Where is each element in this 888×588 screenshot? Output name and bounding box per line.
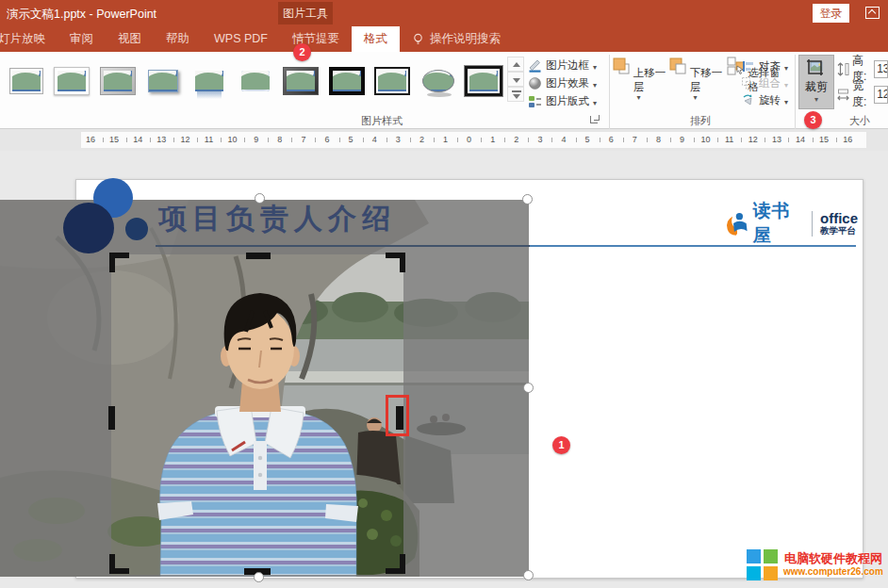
group-button[interactable]: 组合 (741, 74, 796, 92)
ruler-tick (197, 138, 198, 142)
selection-handle-bottom-center[interactable] (254, 572, 264, 582)
crop-corner-handle-bottom-right[interactable] (386, 554, 405, 574)
tab-wps-pdf[interactable]: WPS PDF (202, 26, 280, 52)
align-label: 对齐 (759, 59, 781, 74)
picture-style-option[interactable] (235, 57, 276, 105)
picture-style-option[interactable] (326, 57, 368, 105)
step-2-badge: 2 (293, 43, 311, 61)
step-3-badge: 3 (804, 111, 822, 129)
picture-styles-gallery (6, 57, 509, 106)
width-input[interactable]: 12 (874, 86, 888, 104)
picture-style-option[interactable] (280, 57, 321, 105)
picture-layout-label: 图片版式 (546, 94, 589, 108)
dropdown-caret-icon (784, 78, 788, 90)
selection-handle-right-center[interactable] (523, 383, 534, 393)
watermark-site-name: 电脑软硬件教程网 (784, 551, 882, 566)
size-group-label: 大小 (834, 114, 885, 128)
ruler-tick (765, 138, 765, 142)
tab-view[interactable]: 视图 (106, 26, 154, 52)
gallery-scroll-up[interactable] (507, 57, 524, 72)
ruler-number: 3 (390, 135, 405, 144)
ruler-tick (268, 138, 269, 142)
crop-corner-handle-top-right[interactable] (386, 253, 405, 272)
ruler-number: 10 (225, 135, 240, 144)
picture-effects-label: 图片效果 (546, 76, 589, 90)
picture-style-option[interactable] (6, 57, 47, 105)
selection-handle-top-right[interactable] (522, 194, 533, 204)
tab-storyboard[interactable]: 情节提要 (280, 26, 352, 52)
ruler-number: 11 (722, 135, 737, 144)
ruler-tick (813, 138, 814, 142)
ruler-number: 3 (533, 135, 548, 144)
picture-style-option[interactable] (371, 57, 413, 105)
lightbulb-icon (412, 33, 424, 45)
slide-title: 项目负责人介绍 (158, 200, 498, 238)
picture-effects-button[interactable]: 图片效果 (528, 74, 607, 92)
ruler-number: 14 (130, 135, 145, 144)
tab-help[interactable]: 帮助 (154, 26, 202, 52)
watermark: 电脑软硬件教程网 www.computer26.com (747, 543, 886, 586)
picture-style-option[interactable] (97, 57, 139, 105)
send-backward-button[interactable]: 下移一层 ▾ (667, 55, 723, 111)
selection-handle-bottom-right[interactable] (523, 570, 534, 580)
picture-style-option[interactable] (418, 57, 459, 105)
logo-divider (812, 211, 813, 237)
ruler-tick (647, 138, 648, 142)
picture-style-option[interactable] (189, 57, 230, 105)
height-input[interactable]: 13 (874, 60, 888, 78)
ruler-band: 1615141312111098765432101234567891011121… (0, 129, 888, 151)
gallery-scroll-down[interactable] (507, 72, 524, 87)
ruler-number: 4 (556, 135, 571, 144)
picture-style-option[interactable] (52, 57, 93, 105)
gallery-more-button[interactable] (507, 87, 524, 102)
bring-forward-button[interactable]: 上移一层 ▾ (611, 55, 666, 111)
dropdown-caret-icon (593, 96, 597, 107)
picture-style-option[interactable] (143, 57, 185, 105)
tab-review[interactable]: 审阅 (58, 26, 106, 52)
ruler-number: 1 (438, 135, 453, 144)
login-button[interactable]: 登录 (813, 4, 849, 23)
width-field[interactable]: 宽度: 12 (837, 85, 888, 104)
ruler-tick (717, 138, 718, 142)
ruler-tick (741, 138, 742, 142)
crop-edge-handle-left[interactable] (108, 406, 115, 430)
arrange-group-label: 排列 (663, 114, 738, 128)
tellme-tab[interactable]: 操作说明搜索 (400, 26, 513, 52)
ruler-tick (481, 138, 482, 142)
crop-corner-handle-top-left[interactable] (109, 253, 129, 272)
ruler-strip: 1615141312111098765432101234567891011121… (81, 132, 866, 148)
crop-button[interactable]: 裁剪 ▾ (798, 55, 834, 109)
cropped-out-region (403, 254, 529, 577)
tab-format[interactable]: 格式 (352, 26, 400, 52)
dropdown-caret-icon (593, 78, 597, 90)
ruler-number: 10 (699, 135, 714, 144)
selection-handle-top-center[interactable] (255, 193, 265, 204)
crop-corner-handle-bottom-left[interactable] (109, 554, 129, 574)
height-field[interactable]: 高度: 13 (837, 59, 888, 78)
ruler-tick (623, 138, 624, 142)
dialog-launcher-icon[interactable] (589, 115, 600, 125)
picture-layout-button[interactable]: 图片版式 (528, 92, 607, 110)
ruler-number: 2 (414, 135, 429, 144)
group-label: 组合 (759, 76, 781, 90)
send-backward-icon (668, 57, 687, 75)
crop-icon (806, 58, 827, 76)
picture-effects-icon (528, 76, 542, 90)
align-button[interactable]: 对齐 (741, 57, 796, 75)
ruler-tick (221, 138, 222, 142)
ruler-tick (788, 138, 789, 142)
rotate-button[interactable]: 旋转 (741, 91, 796, 109)
picture-border-button[interactable]: 图片边框 (528, 57, 607, 74)
tab-slideshow[interactable]: 灯片放映 (0, 26, 58, 52)
dropdown-caret-icon (593, 60, 597, 72)
decorative-circle (125, 218, 148, 240)
picture-layout-icon (528, 94, 542, 108)
crop-edge-handle-top[interactable] (246, 253, 271, 259)
ruler-number: 14 (793, 135, 808, 144)
ruler-tick (670, 138, 671, 142)
logo-reading-icon (724, 209, 748, 237)
ruler-tick (103, 138, 104, 142)
ruler-number: 13 (769, 135, 784, 144)
picture-style-option[interactable] (463, 57, 504, 105)
ribbon-display-options-icon[interactable] (865, 7, 880, 19)
